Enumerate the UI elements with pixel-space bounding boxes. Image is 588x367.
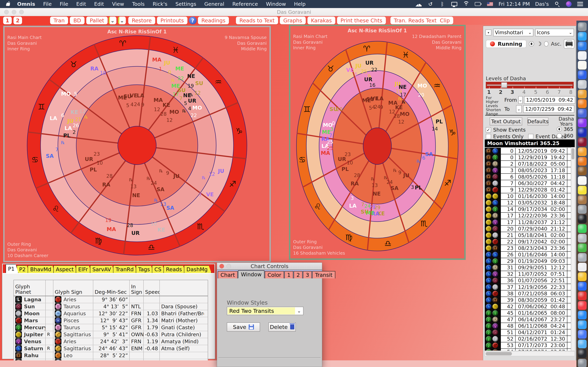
tab-reads[interactable]: Reads bbox=[164, 265, 186, 273]
delete-button[interactable]: Delete bbox=[268, 322, 296, 332]
toolbar-dropdown-button[interactable]: ⌄ bbox=[118, 17, 126, 24]
dasha-list-hscrollbar[interactable] bbox=[485, 351, 575, 356]
dock-icon[interactable] bbox=[578, 80, 587, 89]
dialog-tab-window[interactable]: Window bbox=[238, 270, 264, 278]
dock-icon[interactable] bbox=[578, 70, 587, 79]
dock-icon[interactable] bbox=[578, 320, 587, 329]
close-window-button[interactable] bbox=[4, 10, 9, 14]
tab-tags[interactable]: Tags bbox=[136, 265, 154, 273]
dasha-row[interactable]: ☊☿012/29/2019 19:42 bbox=[485, 154, 575, 161]
dock-icon[interactable] bbox=[578, 311, 587, 319]
minimize-window-button[interactable] bbox=[12, 10, 16, 14]
defaults-button[interactable]: Defaults bbox=[527, 117, 548, 125]
dock-icon[interactable] bbox=[578, 205, 587, 214]
dock-icon[interactable] bbox=[578, 282, 587, 291]
table-row[interactable]: ☽Moon♒Aquarius12° 30’ 22”FRN1.03Bhatri (… bbox=[14, 310, 208, 317]
slider-thumb[interactable] bbox=[501, 82, 507, 88]
dasha-row[interactable]: ☊☽706/30/2027 04:42 bbox=[485, 180, 575, 187]
dasha-row[interactable]: ☊♂912/29/2028 01:42 bbox=[485, 187, 575, 193]
print-dasha-button[interactable] bbox=[564, 39, 574, 49]
toolbar-dropdown-button[interactable]: ⌄ bbox=[109, 17, 116, 24]
dasha-row[interactable]: ♄☉3601/07/2056 22:51 bbox=[485, 277, 575, 284]
dock-icon[interactable] bbox=[578, 128, 587, 137]
tab-dashmg[interactable]: DashMg bbox=[184, 265, 211, 273]
dock-icon[interactable] bbox=[578, 147, 587, 156]
dock-icon[interactable] bbox=[578, 42, 587, 50]
table-row[interactable]: ♄SaturnR♐Sagittarius24° 46’ 43”ENM-0.48A… bbox=[14, 345, 208, 352]
dock-icon[interactable] bbox=[578, 99, 587, 108]
years-365-radio[interactable] bbox=[557, 126, 562, 132]
wifi-icon[interactable] bbox=[463, 1, 469, 7]
siri-icon[interactable] bbox=[566, 1, 571, 7]
notification-center-icon[interactable] bbox=[577, 1, 583, 7]
dasha-row[interactable]: ☊♄012/05/2019 09:42 bbox=[485, 148, 575, 154]
dialog-tab-3[interactable]: 3 bbox=[303, 271, 312, 278]
apple-menu-icon[interactable] bbox=[6, 1, 10, 7]
dock-icon[interactable] bbox=[578, 195, 587, 204]
table-row[interactable]: ♂Mars♓Pisces12° 9’ 43”GFR1.34Matri (Moth… bbox=[14, 317, 208, 324]
dasha-row[interactable]: ♄♄2601/16/2046 14:00 bbox=[485, 252, 575, 258]
dasha-row[interactable]: ☿☊5407/15/2074 03:57 bbox=[485, 349, 575, 350]
tab-p2[interactable]: P2 bbox=[17, 265, 29, 273]
dasha-row[interactable]: ☿☿4501/16/2065 08:00 bbox=[485, 310, 575, 316]
help-button[interactable]: ? bbox=[189, 17, 197, 24]
show-events-checkbox[interactable]: ✓ bbox=[486, 127, 491, 133]
tab-aspect[interactable]: Aspect bbox=[53, 265, 78, 273]
dock-icon[interactable] bbox=[578, 157, 587, 166]
event-dates-checkbox[interactable] bbox=[528, 134, 533, 139]
dasha-row[interactable]: ♃☊2308/23/2043 23:36 bbox=[485, 245, 575, 251]
menu-item-omnis[interactable]: Omnis bbox=[17, 1, 35, 7]
tab-cs[interactable]: CS bbox=[152, 265, 165, 273]
dasha-row[interactable]: ♃☉2007/29/2040 21:12 bbox=[485, 226, 575, 232]
dasha-menu-button[interactable]: ▾ bbox=[485, 30, 491, 35]
dialog-minimize-button[interactable] bbox=[226, 264, 231, 268]
dock-icon[interactable] bbox=[578, 272, 587, 281]
dock-icon[interactable] bbox=[578, 263, 587, 271]
dasha-row[interactable]: ☿☽5202/16/2072 12:30 bbox=[485, 336, 575, 342]
dock-icon[interactable] bbox=[578, 167, 587, 175]
dock-icon[interactable] bbox=[578, 51, 587, 60]
chart-panel-left[interactable]: ♈♓♒♑♐♏♎♍♌♋♊♉RA10MO5LA6SA7℞MA19UR28KE10VE… bbox=[3, 26, 271, 262]
to-dropdown[interactable]: ⌄ bbox=[516, 105, 522, 113]
dock-icon[interactable] bbox=[578, 61, 587, 70]
menu-item-general[interactable]: General bbox=[204, 1, 224, 7]
dialog-close-button[interactable] bbox=[219, 264, 224, 268]
dock-icon[interactable] bbox=[578, 22, 587, 31]
dasha-type-select[interactable]: Vimshottari⌄ bbox=[493, 29, 533, 36]
toolbar-button-1[interactable]: 1 bbox=[3, 17, 12, 24]
dock-icon[interactable] bbox=[578, 215, 587, 223]
dasha-row[interactable]: ♃♄1203/05/2032 18:48 bbox=[485, 200, 575, 206]
menu-item-help[interactable]: Help bbox=[294, 1, 306, 7]
dasha-row[interactable]: ☿☋4706/14/2067 23:27 bbox=[485, 316, 575, 323]
to-date-field[interactable]: 12/07/2259 09:42 bbox=[523, 105, 574, 113]
menu-item-window[interactable]: Window bbox=[266, 1, 286, 7]
spotlight-search-icon[interactable] bbox=[554, 1, 561, 7]
menu-item-ricks[interactable]: Rick's bbox=[153, 1, 167, 7]
dasha-row[interactable]: ♄☽3712/19/2056 22:33 bbox=[485, 284, 575, 291]
input-language-flag-icon[interactable] bbox=[487, 1, 493, 7]
from-date-field[interactable]: 12/05/2019 09:42 bbox=[524, 96, 575, 104]
dock-icon[interactable] bbox=[578, 301, 587, 310]
dasha-row[interactable]: ♄♀3211/07/2052 07:51 bbox=[485, 271, 575, 277]
cloud-upload-icon[interactable]: ☁↑ bbox=[415, 1, 422, 7]
zoom-window-button[interactable] bbox=[19, 10, 24, 14]
toolbar-button-tran[interactable]: Tran bbox=[50, 17, 68, 24]
menu-clock[interactable]: Fri 12:14 PM bbox=[499, 1, 530, 7]
toolbar-button-bd[interactable]: BD bbox=[70, 17, 85, 24]
dasha-row[interactable]: ☿♀4806/11/2068 04:24 bbox=[485, 323, 575, 329]
dasha-row[interactable]: ♃♀1711/28/2037 21:12 bbox=[485, 219, 575, 226]
years-360-radio[interactable] bbox=[557, 133, 562, 138]
toolbar-button-2[interactable]: 2 bbox=[13, 17, 22, 24]
tab-bhavmd[interactable]: BhavMd bbox=[28, 265, 55, 273]
running-button[interactable]: Running bbox=[486, 40, 526, 48]
toolbar-button-printouts[interactable]: Printouts bbox=[157, 17, 187, 24]
dasha-row[interactable]: ♃♃1001/16/2030 14:00 bbox=[485, 193, 575, 200]
toolbar-button-print-these-chts[interactable]: Print these Chts bbox=[337, 17, 386, 24]
dasha-row[interactable]: ♄☿2901/19/2049 09:03 bbox=[485, 258, 575, 265]
toolbar-button-restore[interactable]: Restore bbox=[128, 17, 155, 24]
table-row[interactable]: ☊Rahu♌Leo28° 5’ 22” bbox=[14, 352, 208, 359]
menu-item-edit[interactable]: Edit bbox=[76, 1, 86, 7]
tab-sarvav[interactable]: SarvAV bbox=[90, 265, 115, 273]
table-row[interactable]: LLagna♈Aries9° 36’ 60” bbox=[14, 296, 208, 303]
bluetooth-icon[interactable]: ᛒ bbox=[439, 1, 446, 7]
